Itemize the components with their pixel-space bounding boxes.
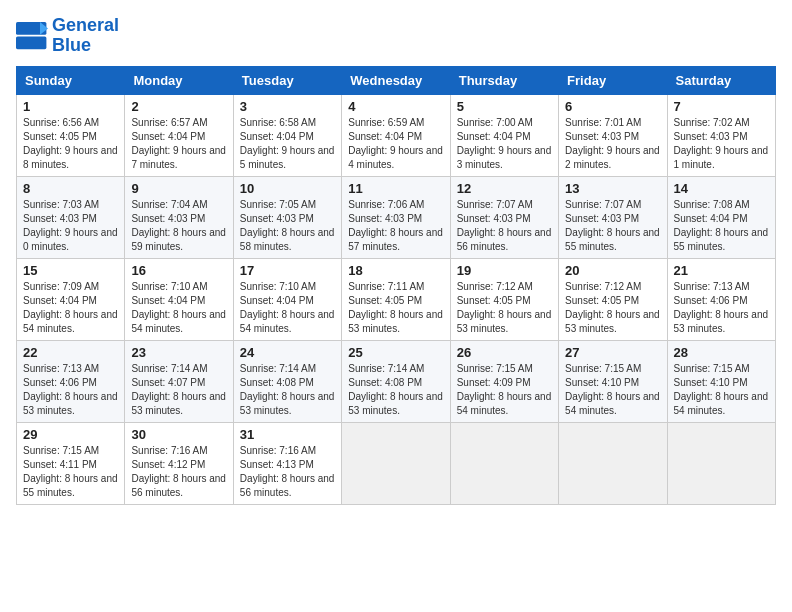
day-number: 22 [23,345,118,360]
day-number: 3 [240,99,335,114]
calendar-cell: 22 Sunrise: 7:13 AM Sunset: 4:06 PM Dayl… [17,340,125,422]
calendar-cell: 3 Sunrise: 6:58 AM Sunset: 4:04 PM Dayli… [233,94,341,176]
calendar-cell: 28 Sunrise: 7:15 AM Sunset: 4:10 PM Dayl… [667,340,775,422]
day-number: 25 [348,345,443,360]
day-number: 13 [565,181,660,196]
calendar-week-row: 8 Sunrise: 7:03 AM Sunset: 4:03 PM Dayli… [17,176,776,258]
calendar-cell: 19 Sunrise: 7:12 AM Sunset: 4:05 PM Dayl… [450,258,558,340]
day-info: Sunrise: 7:16 AM Sunset: 4:13 PM Dayligh… [240,444,335,500]
day-info: Sunrise: 7:08 AM Sunset: 4:04 PM Dayligh… [674,198,769,254]
day-info: Sunrise: 7:15 AM Sunset: 4:10 PM Dayligh… [674,362,769,418]
day-number: 24 [240,345,335,360]
day-number: 16 [131,263,226,278]
day-number: 28 [674,345,769,360]
day-info: Sunrise: 7:03 AM Sunset: 4:03 PM Dayligh… [23,198,118,254]
calendar-cell: 29 Sunrise: 7:15 AM Sunset: 4:11 PM Dayl… [17,422,125,504]
day-info: Sunrise: 7:07 AM Sunset: 4:03 PM Dayligh… [565,198,660,254]
calendar-cell: 1 Sunrise: 6:56 AM Sunset: 4:05 PM Dayli… [17,94,125,176]
day-number: 10 [240,181,335,196]
calendar-week-row: 1 Sunrise: 6:56 AM Sunset: 4:05 PM Dayli… [17,94,776,176]
weekday-header: Sunday [17,66,125,94]
day-info: Sunrise: 7:10 AM Sunset: 4:04 PM Dayligh… [240,280,335,336]
calendar-cell: 21 Sunrise: 7:13 AM Sunset: 4:06 PM Dayl… [667,258,775,340]
calendar-cell: 2 Sunrise: 6:57 AM Sunset: 4:04 PM Dayli… [125,94,233,176]
calendar-cell [559,422,667,504]
day-number: 6 [565,99,660,114]
day-info: Sunrise: 6:57 AM Sunset: 4:04 PM Dayligh… [131,116,226,172]
day-info: Sunrise: 7:13 AM Sunset: 4:06 PM Dayligh… [23,362,118,418]
logo-text: General Blue [52,16,119,56]
svg-rect-1 [16,36,46,49]
day-info: Sunrise: 7:12 AM Sunset: 4:05 PM Dayligh… [565,280,660,336]
day-number: 21 [674,263,769,278]
day-info: Sunrise: 7:14 AM Sunset: 4:08 PM Dayligh… [348,362,443,418]
day-info: Sunrise: 6:58 AM Sunset: 4:04 PM Dayligh… [240,116,335,172]
day-info: Sunrise: 7:09 AM Sunset: 4:04 PM Dayligh… [23,280,118,336]
calendar-cell: 24 Sunrise: 7:14 AM Sunset: 4:08 PM Dayl… [233,340,341,422]
calendar-cell: 20 Sunrise: 7:12 AM Sunset: 4:05 PM Dayl… [559,258,667,340]
logo: General Blue [16,16,119,56]
calendar-cell: 6 Sunrise: 7:01 AM Sunset: 4:03 PM Dayli… [559,94,667,176]
day-number: 31 [240,427,335,442]
weekday-header: Tuesday [233,66,341,94]
calendar-cell: 26 Sunrise: 7:15 AM Sunset: 4:09 PM Dayl… [450,340,558,422]
calendar-cell: 31 Sunrise: 7:16 AM Sunset: 4:13 PM Dayl… [233,422,341,504]
day-number: 17 [240,263,335,278]
day-number: 5 [457,99,552,114]
day-number: 20 [565,263,660,278]
calendar-cell [450,422,558,504]
day-number: 7 [674,99,769,114]
day-info: Sunrise: 7:10 AM Sunset: 4:04 PM Dayligh… [131,280,226,336]
logo-icon [16,22,48,50]
calendar-cell: 9 Sunrise: 7:04 AM Sunset: 4:03 PM Dayli… [125,176,233,258]
calendar-cell: 30 Sunrise: 7:16 AM Sunset: 4:12 PM Dayl… [125,422,233,504]
calendar-cell: 18 Sunrise: 7:11 AM Sunset: 4:05 PM Dayl… [342,258,450,340]
weekday-header: Friday [559,66,667,94]
calendar-cell: 7 Sunrise: 7:02 AM Sunset: 4:03 PM Dayli… [667,94,775,176]
day-number: 12 [457,181,552,196]
day-info: Sunrise: 7:15 AM Sunset: 4:11 PM Dayligh… [23,444,118,500]
calendar-table: SundayMondayTuesdayWednesdayThursdayFrid… [16,66,776,505]
day-info: Sunrise: 7:13 AM Sunset: 4:06 PM Dayligh… [674,280,769,336]
day-number: 11 [348,181,443,196]
day-number: 1 [23,99,118,114]
calendar-cell: 15 Sunrise: 7:09 AM Sunset: 4:04 PM Dayl… [17,258,125,340]
day-info: Sunrise: 7:02 AM Sunset: 4:03 PM Dayligh… [674,116,769,172]
calendar-cell: 8 Sunrise: 7:03 AM Sunset: 4:03 PM Dayli… [17,176,125,258]
calendar-cell: 4 Sunrise: 6:59 AM Sunset: 4:04 PM Dayli… [342,94,450,176]
page-header: General Blue [16,16,776,56]
calendar-week-row: 22 Sunrise: 7:13 AM Sunset: 4:06 PM Dayl… [17,340,776,422]
weekday-header: Saturday [667,66,775,94]
day-info: Sunrise: 7:00 AM Sunset: 4:04 PM Dayligh… [457,116,552,172]
calendar-week-row: 15 Sunrise: 7:09 AM Sunset: 4:04 PM Dayl… [17,258,776,340]
day-number: 4 [348,99,443,114]
day-number: 15 [23,263,118,278]
calendar-cell: 13 Sunrise: 7:07 AM Sunset: 4:03 PM Dayl… [559,176,667,258]
weekday-header: Thursday [450,66,558,94]
day-info: Sunrise: 7:04 AM Sunset: 4:03 PM Dayligh… [131,198,226,254]
weekday-header: Monday [125,66,233,94]
day-info: Sunrise: 7:07 AM Sunset: 4:03 PM Dayligh… [457,198,552,254]
day-info: Sunrise: 7:14 AM Sunset: 4:08 PM Dayligh… [240,362,335,418]
day-number: 18 [348,263,443,278]
day-number: 29 [23,427,118,442]
day-number: 2 [131,99,226,114]
calendar-cell: 10 Sunrise: 7:05 AM Sunset: 4:03 PM Dayl… [233,176,341,258]
day-number: 30 [131,427,226,442]
calendar-cell [667,422,775,504]
day-number: 27 [565,345,660,360]
day-number: 26 [457,345,552,360]
day-info: Sunrise: 7:06 AM Sunset: 4:03 PM Dayligh… [348,198,443,254]
day-info: Sunrise: 7:11 AM Sunset: 4:05 PM Dayligh… [348,280,443,336]
calendar-cell: 17 Sunrise: 7:10 AM Sunset: 4:04 PM Dayl… [233,258,341,340]
day-number: 19 [457,263,552,278]
day-info: Sunrise: 7:15 AM Sunset: 4:10 PM Dayligh… [565,362,660,418]
calendar-week-row: 29 Sunrise: 7:15 AM Sunset: 4:11 PM Dayl… [17,422,776,504]
calendar-cell: 12 Sunrise: 7:07 AM Sunset: 4:03 PM Dayl… [450,176,558,258]
calendar-cell: 27 Sunrise: 7:15 AM Sunset: 4:10 PM Dayl… [559,340,667,422]
day-number: 9 [131,181,226,196]
calendar-cell: 16 Sunrise: 7:10 AM Sunset: 4:04 PM Dayl… [125,258,233,340]
weekday-header: Wednesday [342,66,450,94]
day-number: 8 [23,181,118,196]
day-number: 14 [674,181,769,196]
